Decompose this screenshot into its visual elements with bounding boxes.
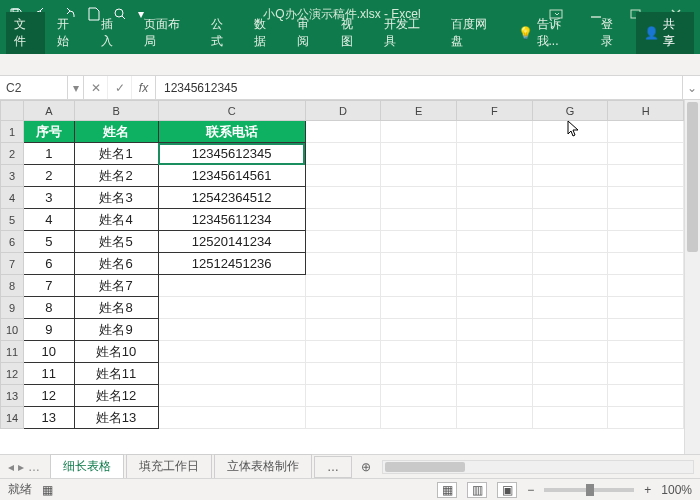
col-header[interactable]: C [158,101,305,121]
cell[interactable] [608,363,684,385]
cell[interactable] [608,407,684,429]
cell[interactable]: 联系电话 [158,121,305,143]
cell[interactable] [305,187,381,209]
cell[interactable]: 姓名11 [74,363,158,385]
cell[interactable]: 姓名6 [74,253,158,275]
cell[interactable] [381,165,457,187]
cell[interactable] [456,407,532,429]
cell[interactable] [532,297,608,319]
row-header[interactable]: 12 [1,363,24,385]
cell[interactable] [305,407,381,429]
tab-file[interactable]: 文件 [6,12,45,54]
cell[interactable] [305,385,381,407]
cell[interactable] [381,275,457,297]
cell[interactable] [381,319,457,341]
cell[interactable]: 序号 [24,121,74,143]
col-header[interactable]: E [381,101,457,121]
cell[interactable] [608,319,684,341]
row-header[interactable]: 7 [1,253,24,275]
formula-bar[interactable]: 12345612345 [156,76,682,99]
cell[interactable] [305,341,381,363]
cell[interactable] [381,143,457,165]
sheet-nav-next-icon[interactable]: ▸ [18,460,24,474]
col-header[interactable]: A [24,101,74,121]
cell[interactable] [305,275,381,297]
zoom-slider[interactable] [544,488,634,492]
cell[interactable] [456,341,532,363]
cell[interactable] [305,143,381,165]
cell[interactable] [381,297,457,319]
cell[interactable] [456,231,532,253]
cell[interactable] [158,385,305,407]
cell[interactable] [381,231,457,253]
row-header[interactable]: 8 [1,275,24,297]
cell[interactable]: 姓名1 [74,143,158,165]
cell[interactable] [456,121,532,143]
cell[interactable] [608,385,684,407]
cell[interactable] [305,319,381,341]
cell[interactable] [381,363,457,385]
cell[interactable]: 3 [24,187,74,209]
tab-review[interactable]: 审阅 [289,12,328,54]
row-header[interactable]: 10 [1,319,24,341]
cell[interactable]: 姓名4 [74,209,158,231]
cell[interactable]: 12512451236 [158,253,305,275]
cell[interactable] [381,407,457,429]
macro-record-icon[interactable]: ▦ [42,483,53,497]
sheet-tab[interactable]: 填充工作日 [126,454,212,479]
cell[interactable] [532,143,608,165]
cell[interactable]: 12345612345 [158,143,305,165]
cell[interactable] [456,297,532,319]
row-header[interactable]: 6 [1,231,24,253]
cell[interactable] [305,165,381,187]
cell[interactable] [532,187,608,209]
cell[interactable] [381,253,457,275]
cell[interactable] [532,319,608,341]
cell[interactable] [532,231,608,253]
cell[interactable] [456,319,532,341]
sheet-tab-active[interactable]: 细长表格 [50,454,124,480]
cell[interactable] [532,407,608,429]
tell-me[interactable]: 💡告诉我... [510,12,589,54]
cell[interactable] [158,297,305,319]
col-header[interactable]: H [608,101,684,121]
cell[interactable] [381,341,457,363]
row-header[interactable]: 13 [1,385,24,407]
cell[interactable] [608,165,684,187]
sheet-tab[interactable]: 立体表格制作 [214,454,312,479]
cell[interactable] [456,363,532,385]
cell[interactable] [158,319,305,341]
zoom-thumb[interactable] [586,484,594,496]
cell[interactable] [456,165,532,187]
cell[interactable] [456,385,532,407]
cell[interactable] [608,275,684,297]
cell[interactable] [608,187,684,209]
row-header[interactable]: 5 [1,209,24,231]
cell[interactable] [456,143,532,165]
row-header[interactable]: 9 [1,297,24,319]
cell[interactable]: 姓名3 [74,187,158,209]
row-header[interactable]: 4 [1,187,24,209]
expand-formula-icon[interactable]: ⌄ [682,76,700,99]
vertical-scrollbar[interactable] [684,100,700,454]
col-header[interactable]: G [532,101,608,121]
cell[interactable]: 12 [24,385,74,407]
cell[interactable]: 姓名10 [74,341,158,363]
cell[interactable]: 8 [24,297,74,319]
cell[interactable]: 12520141234 [158,231,305,253]
cell[interactable] [305,121,381,143]
cell[interactable] [158,275,305,297]
tab-view[interactable]: 视图 [333,12,372,54]
horizontal-scrollbar[interactable] [382,460,694,474]
cell[interactable] [608,297,684,319]
cell[interactable]: 13 [24,407,74,429]
row-header[interactable]: 11 [1,341,24,363]
cell[interactable] [305,363,381,385]
cell[interactable] [158,341,305,363]
cell[interactable] [305,253,381,275]
cell[interactable]: 5 [24,231,74,253]
spreadsheet-grid[interactable]: A B C D E F G H 1序号姓名联系电话 21姓名1123456123… [0,100,684,454]
cell[interactable] [158,407,305,429]
zoom-out-icon[interactable]: − [527,483,534,497]
cell[interactable]: 姓名7 [74,275,158,297]
